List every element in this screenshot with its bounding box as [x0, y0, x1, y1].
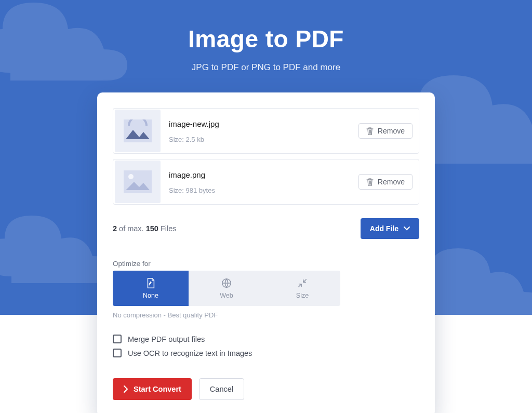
ocr-checkbox[interactable]: Use OCR to recognize text in Images — [113, 349, 419, 357]
optimize-option-label: None — [143, 292, 158, 299]
merge-checkbox[interactable]: Merge PDF output files — [113, 335, 419, 343]
compress-icon — [297, 277, 308, 289]
remove-label: Remove — [378, 178, 405, 186]
page-title: Image to PDF — [0, 0, 532, 53]
optimize-option-label: Web — [220, 292, 233, 299]
file-name: image.png — [169, 170, 358, 179]
optimize-option-label: Size — [296, 292, 309, 299]
optimize-description: No compression - Best quality PDF — [113, 311, 419, 319]
checkbox-icon — [113, 349, 122, 357]
chevron-down-icon — [404, 226, 410, 231]
start-convert-button[interactable]: Start Convert — [113, 378, 192, 400]
optimize-option-size[interactable]: Size — [264, 271, 340, 306]
file-thumbnail — [115, 161, 161, 203]
optimize-label: Optimize for — [113, 260, 419, 268]
pdf-file-icon — [145, 277, 156, 289]
trash-icon — [366, 127, 374, 135]
trash-icon — [366, 178, 374, 186]
start-label: Start Convert — [134, 385, 181, 393]
file-count: 2 of max. 150 Files — [113, 224, 177, 233]
remove-file-button[interactable]: Remove — [358, 174, 413, 190]
file-size: Size: 2.5 kb — [169, 136, 358, 143]
merge-label: Merge PDF output files — [128, 335, 205, 343]
file-size: Size: 981 bytes — [169, 186, 358, 194]
checkbox-icon — [113, 335, 122, 343]
file-row: image.png Size: 981 bytes Remove — [113, 159, 419, 205]
optimize-option-web[interactable]: Web — [189, 271, 264, 306]
remove-label: Remove — [378, 127, 405, 135]
page-subtitle: JPG to PDF or PNG to PDF and more — [0, 62, 532, 73]
optimize-option-none[interactable]: None — [113, 271, 189, 306]
chevron-right-icon — [123, 385, 128, 393]
remove-file-button[interactable]: Remove — [358, 123, 413, 139]
file-row: image-new.jpg Size: 2.5 kb Remove — [113, 108, 419, 154]
ocr-label: Use OCR to recognize text in Images — [128, 349, 252, 357]
svg-point-2 — [128, 174, 134, 179]
file-name: image-new.jpg — [169, 119, 358, 128]
cancel-button[interactable]: Cancel — [199, 378, 244, 400]
add-file-label: Add File — [370, 224, 398, 233]
globe-icon — [221, 277, 232, 289]
optimize-segmented: None Web Size — [113, 271, 340, 306]
file-thumbnail — [115, 110, 161, 152]
converter-card: image-new.jpg Size: 2.5 kb Remove image.… — [97, 92, 435, 413]
add-file-button[interactable]: Add File — [361, 218, 419, 239]
cancel-label: Cancel — [210, 385, 233, 393]
